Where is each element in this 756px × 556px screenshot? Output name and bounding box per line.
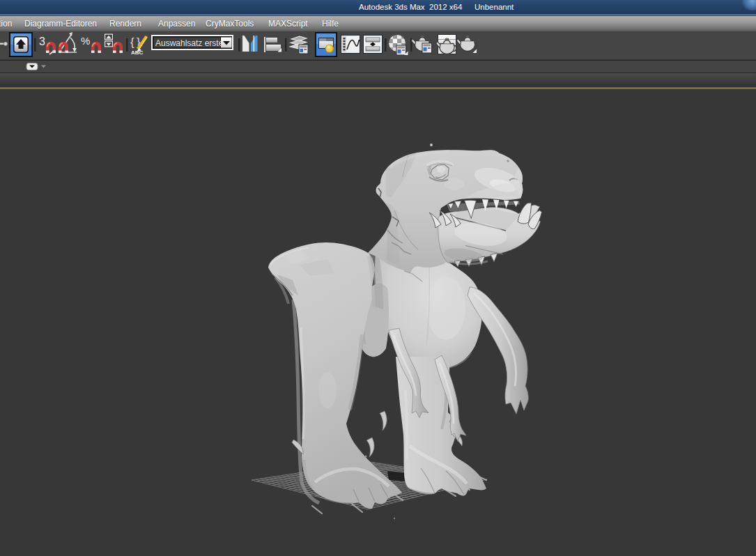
svg-text:ABC: ABC: [131, 49, 144, 56]
svg-text:{: {: [130, 36, 134, 49]
svg-text:%: %: [81, 35, 90, 47]
svg-text:3: 3: [39, 36, 45, 47]
svg-text:Auswahlsatz erstelle: Auswahlsatz erstelle: [155, 38, 232, 48]
